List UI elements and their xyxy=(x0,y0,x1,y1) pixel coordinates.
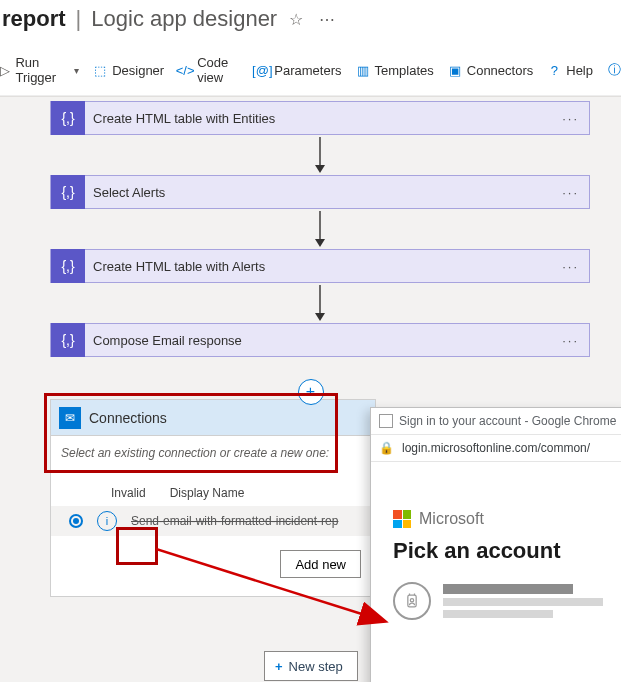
add-new-row: Add new xyxy=(51,536,375,596)
flow-arrow xyxy=(50,135,590,175)
connections-subtitle: Select an existing connection or create … xyxy=(51,436,375,476)
parameters-icon: [@] xyxy=(255,63,269,77)
connections-title: Connections xyxy=(89,410,167,426)
help-button[interactable]: ? Help xyxy=(547,63,593,78)
connectors-button[interactable]: ▣ Connectors xyxy=(448,63,533,78)
step-create-html-entities[interactable]: {,} Create HTML table with Entities ··· xyxy=(50,101,590,135)
add-new-connection-button[interactable]: Add new xyxy=(280,550,361,578)
code-icon: </> xyxy=(178,63,192,77)
connectors-icon: ▣ xyxy=(448,63,462,77)
step-more-icon[interactable]: ··· xyxy=(552,259,589,274)
templates-button[interactable]: ▥ Templates xyxy=(356,63,434,78)
microsoft-wordmark: Microsoft xyxy=(419,510,484,528)
svg-marker-5 xyxy=(315,313,325,321)
insert-step-button[interactable]: + xyxy=(298,379,324,405)
outlook-icon: ✉ xyxy=(59,407,81,429)
connection-display-name: Send-email-with-formatted-incident-rep xyxy=(131,514,367,528)
popup-titlebar[interactable]: Sign in to your account - Google Chrome xyxy=(371,408,621,435)
dataops-icon: {,} xyxy=(51,101,85,135)
popup-tab-title: Sign in to your account - Google Chrome xyxy=(399,414,616,428)
signin-popup-window: Sign in to your account - Google Chrome … xyxy=(370,407,621,682)
designer-label: Designer xyxy=(112,63,164,78)
plus-icon: + xyxy=(275,659,283,674)
page-title-bar: report | Logic app designer ☆ ⋯ xyxy=(0,0,621,47)
connections-header[interactable]: ✉ Connections xyxy=(51,400,375,436)
page-title-part2: Logic app designer xyxy=(91,6,277,32)
avatar-icon xyxy=(393,582,431,620)
run-trigger-label: Run Trigger xyxy=(15,55,66,85)
connections-subtitle-text: Select an existing connection or create … xyxy=(61,446,329,460)
account-option[interactable] xyxy=(393,578,607,624)
popup-address-bar[interactable]: 🔒 login.microsoftonline.com/common/ xyxy=(371,435,621,462)
play-icon: ▷ xyxy=(0,63,10,77)
parameters-button[interactable]: [@] Parameters xyxy=(255,63,341,78)
step-compose-email[interactable]: {,} Compose Email response ··· xyxy=(50,323,590,357)
code-view-button[interactable]: </> Code view xyxy=(178,55,241,85)
step-title: Select Alerts xyxy=(85,185,552,200)
popup-body: Microsoft Pick an account xyxy=(371,462,621,624)
step-create-html-alerts[interactable]: {,} Create HTML table with Alerts ··· xyxy=(50,249,590,283)
step-more-icon[interactable]: ··· xyxy=(552,111,589,126)
toolbar: ▷ Run Trigger ⬚ Designer </> Code view [… xyxy=(0,47,621,96)
step-select-alerts[interactable]: {,} Select Alerts ··· xyxy=(50,175,590,209)
connections-card: ✉ Connections Select an existing connect… xyxy=(50,399,376,597)
info-circle-icon: ⓘ xyxy=(607,63,621,77)
help-icon: ? xyxy=(547,63,561,77)
col-display-header: Display Name xyxy=(170,486,245,500)
code-view-label: Code view xyxy=(197,55,241,85)
parameters-label: Parameters xyxy=(274,63,341,78)
popup-url: login.microsoftonline.com/common/ xyxy=(402,441,590,455)
more-actions-icon[interactable]: ⋯ xyxy=(315,10,339,29)
step-more-icon[interactable]: ··· xyxy=(552,333,589,348)
connections-columns: Invalid Display Name xyxy=(51,476,375,506)
lock-icon: 🔒 xyxy=(379,441,394,455)
col-invalid-header: Invalid xyxy=(111,486,146,500)
new-step-label: New step xyxy=(289,659,343,674)
dataops-icon: {,} xyxy=(51,249,85,283)
designer-button[interactable]: ⬚ Designer xyxy=(93,63,164,78)
title-separator: | xyxy=(74,6,84,32)
page-title-part1: report xyxy=(2,6,66,32)
svg-marker-1 xyxy=(315,165,325,173)
step-title: Compose Email response xyxy=(85,333,552,348)
info-button[interactable]: ⓘ xyxy=(607,63,621,77)
pick-account-heading: Pick an account xyxy=(393,538,607,564)
flow-arrow xyxy=(50,283,590,323)
step-more-icon[interactable]: ··· xyxy=(552,185,589,200)
templates-label: Templates xyxy=(375,63,434,78)
step-title: Create HTML table with Alerts xyxy=(85,259,552,274)
designer-icon: ⬚ xyxy=(93,63,107,77)
connection-row[interactable]: i Send-email-with-formatted-incident-rep xyxy=(51,506,375,536)
window-icon xyxy=(379,414,393,428)
microsoft-squares-icon xyxy=(393,510,411,528)
help-label: Help xyxy=(566,63,593,78)
favorite-star-icon[interactable]: ☆ xyxy=(285,10,307,29)
workflow-column: {,} Create HTML table with Entities ··· … xyxy=(50,101,590,357)
microsoft-logo: Microsoft xyxy=(393,510,607,528)
dataops-icon: {,} xyxy=(51,175,85,209)
svg-marker-3 xyxy=(315,239,325,247)
designer-canvas: {,} Create HTML table with Entities ··· … xyxy=(0,96,621,682)
dataops-icon: {,} xyxy=(51,323,85,357)
run-trigger-button[interactable]: ▷ Run Trigger xyxy=(0,55,79,85)
connection-info-icon[interactable]: i xyxy=(97,511,117,531)
connection-radio[interactable] xyxy=(69,514,83,528)
connectors-label: Connectors xyxy=(467,63,533,78)
account-redacted-lines xyxy=(443,584,607,618)
templates-icon: ▥ xyxy=(356,63,370,77)
new-step-button[interactable]: + New step xyxy=(264,651,358,681)
svg-point-8 xyxy=(410,599,413,602)
step-title: Create HTML table with Entities xyxy=(85,111,552,126)
flow-arrow xyxy=(50,209,590,249)
